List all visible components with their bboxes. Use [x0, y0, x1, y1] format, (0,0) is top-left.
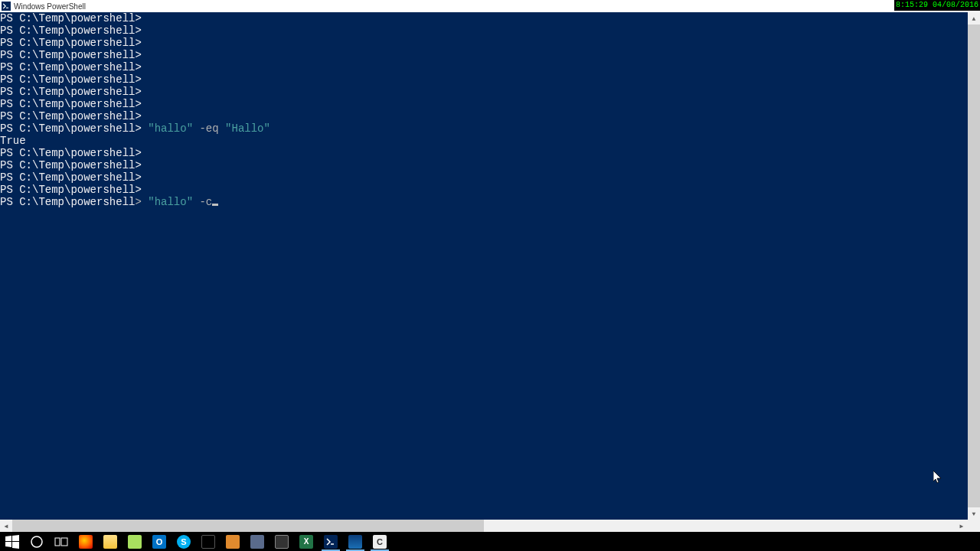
scroll-right-button[interactable]: ▶ — [956, 520, 968, 532]
svg-rect-2 — [55, 538, 60, 546]
cmd[interactable] — [196, 532, 220, 551]
window-title: Windows PowerShell — [14, 2, 86, 11]
taskview-icon — [54, 535, 68, 549]
terminal-line: PS C:\Temp\powershell> — [0, 49, 968, 61]
hscroll-track[interactable] — [12, 520, 956, 532]
terminal-line: PS C:\Temp\powershell> — [0, 61, 968, 73]
scroll-track[interactable] — [968, 24, 980, 507]
terminal-line: PS C:\Temp\powershell> — [0, 147, 968, 159]
terminal-line: PS C:\Temp\powershell> — [0, 86, 968, 98]
text-cursor — [212, 204, 218, 206]
clock-overlay: 8:15:29 04/08/2016 — [894, 0, 980, 11]
scroll-up-button[interactable]: ▲ — [968, 12, 980, 24]
powershell-window: Windows PowerShell 8:15:29 04/08/2016 PS… — [0, 0, 980, 532]
terminal-line: PS C:\Temp\powershell> — [0, 159, 968, 171]
outlook[interactable]: O — [147, 532, 172, 551]
cortana-button[interactable] — [24, 532, 49, 551]
scroll-thumb[interactable] — [968, 24, 980, 507]
scroll-left-button[interactable]: ◀ — [0, 520, 12, 532]
terminal-line: PS C:\Temp\powershell> "hallo" -eq "Hall… — [0, 122, 968, 135]
hscroll-thumb[interactable] — [12, 520, 484, 532]
app-box[interactable] — [270, 532, 294, 551]
notepadpp[interactable] — [122, 532, 147, 551]
cmd-icon — [201, 535, 215, 549]
psise-icon — [348, 535, 362, 549]
circle-icon — [30, 535, 44, 549]
taskview-button[interactable] — [49, 532, 74, 551]
excel[interactable]: X — [294, 532, 318, 551]
firefox[interactable] — [74, 532, 98, 551]
box-icon — [275, 535, 289, 549]
titlebar[interactable]: Windows PowerShell 8:15:29 04/08/2016 — [0, 0, 980, 12]
svg-rect-3 — [61, 538, 67, 546]
terminal-line: PS C:\Temp\powershell> — [0, 73, 968, 86]
start-button[interactable] — [0, 532, 24, 551]
scroll-down-button[interactable]: ▼ — [968, 507, 980, 520]
powershell-ise[interactable] — [343, 532, 368, 551]
ps-icon — [324, 535, 338, 549]
terminal-line: PS C:\Temp\powershell> — [0, 12, 968, 24]
horizontal-scrollbar[interactable]: ◀ ▶ — [0, 520, 980, 532]
folder-icon — [103, 535, 117, 549]
powershell-icon — [2, 2, 11, 11]
terminal-line: PS C:\Temp\powershell> — [0, 110, 968, 122]
app-c[interactable]: C — [368, 532, 392, 551]
terminal-line: PS C:\Temp\powershell> — [0, 24, 968, 37]
scrollbar-corner — [968, 520, 980, 532]
skype-icon: S — [177, 535, 191, 549]
npp-icon — [128, 535, 142, 549]
file-explorer[interactable] — [98, 532, 122, 551]
excel-icon: X — [299, 535, 313, 549]
windows-icon — [5, 535, 19, 549]
app-util[interactable] — [245, 532, 270, 551]
terminal-output[interactable]: PS C:\Temp\powershell>PS C:\Temp\powersh… — [0, 12, 968, 520]
skype[interactable]: S — [172, 532, 196, 551]
app-orange[interactable] — [220, 532, 245, 551]
powershell[interactable] — [318, 532, 343, 551]
terminal-line: True — [0, 135, 968, 147]
firefox-icon — [79, 535, 93, 549]
appc-icon: C — [373, 535, 387, 549]
terminal-line: PS C:\Temp\powershell> "hallo" -c — [0, 196, 968, 208]
terminal-line: PS C:\Temp\powershell> — [0, 98, 968, 110]
terminal-line: PS C:\Temp\powershell> — [0, 171, 968, 184]
outlook-icon: O — [152, 535, 166, 549]
terminal-line: PS C:\Temp\powershell> — [0, 37, 968, 49]
taskbar[interactable]: OSXC — [0, 532, 980, 551]
vertical-scrollbar[interactable]: ▲ ▼ — [968, 12, 980, 520]
svg-point-1 — [31, 536, 42, 547]
util-icon — [250, 535, 264, 549]
orange-icon — [226, 535, 240, 549]
terminal-line: PS C:\Temp\powershell> — [0, 184, 968, 196]
